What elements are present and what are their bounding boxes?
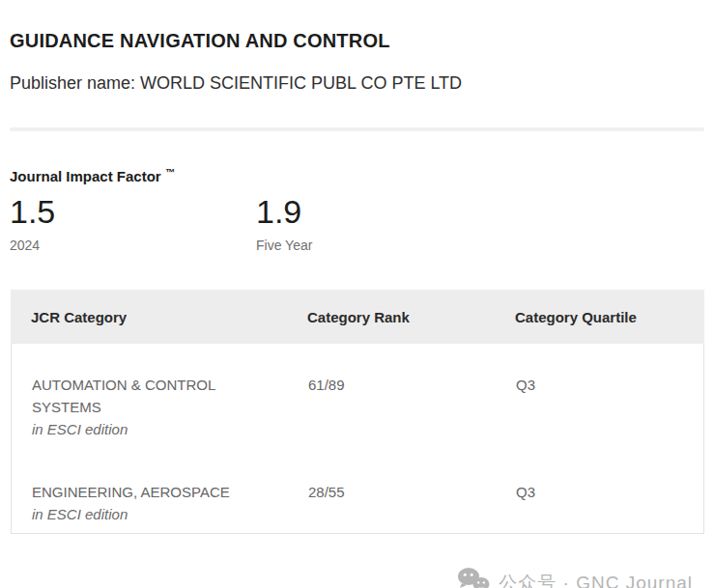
- quartile-cell: Q3: [516, 374, 703, 396]
- quartile-cell: Q3: [516, 481, 703, 503]
- category-cell: ENGINEERING, AEROSPACE in ESCI edition: [32, 481, 308, 525]
- impact-factor-heading: Journal Impact Factor ™: [10, 163, 704, 185]
- publisher-name: Publisher name: WORLD SCIENTIFIC PUBL CO…: [10, 73, 704, 94]
- table-row: AUTOMATION & CONTROL SYSTEMS in ESCI edi…: [12, 374, 703, 440]
- wechat-icon: [456, 566, 491, 588]
- table-header-row: JCR Category Category Rank Category Quar…: [11, 290, 704, 344]
- category-cell: AUTOMATION & CONTROL SYSTEMS in ESCI edi…: [32, 374, 308, 440]
- jcr-journal-profile: GUIDANCE NAVIGATION AND CONTROL Publishe…: [0, 29, 714, 588]
- metric-value-five-year: 1.9: [256, 191, 502, 232]
- metric-current-year: 1.5 2024: [10, 191, 256, 254]
- category-edition: in ESCI edition: [32, 503, 308, 525]
- impact-factor-metrics: 1.5 2024 1.9 Five Year: [10, 191, 704, 254]
- metric-value-2024: 1.5: [10, 191, 256, 232]
- metric-label-2024: 2024: [10, 238, 256, 254]
- watermark: 公众号 · GNC Journal: [456, 566, 693, 588]
- category-name: ENGINEERING, AEROSPACE: [32, 481, 235, 503]
- rank-cell: 61/89: [308, 374, 516, 396]
- trademark-symbol: ™: [165, 167, 175, 178]
- metric-five-year: 1.9 Five Year: [256, 191, 502, 254]
- rank-cell: 28/55: [308, 481, 516, 503]
- watermark-text: 公众号 · GNC Journal: [499, 571, 693, 588]
- table-body: AUTOMATION & CONTROL SYSTEMS in ESCI edi…: [11, 344, 704, 534]
- column-header-category-rank: Category Rank: [307, 309, 515, 325]
- page-title: GUIDANCE NAVIGATION AND CONTROL: [10, 29, 704, 52]
- category-edition: in ESCI edition: [32, 418, 308, 440]
- impact-factor-heading-text: Journal Impact Factor: [10, 168, 161, 184]
- section-divider: [10, 127, 704, 131]
- column-header-jcr-category: JCR Category: [31, 309, 307, 325]
- column-header-category-quartile: Category Quartile: [515, 309, 704, 325]
- metric-label-five-year: Five Year: [256, 238, 502, 254]
- table-row: ENGINEERING, AEROSPACE in ESCI edition 2…: [12, 481, 703, 525]
- jcr-category-table: JCR Category Category Rank Category Quar…: [11, 290, 704, 534]
- category-name: AUTOMATION & CONTROL SYSTEMS: [32, 374, 235, 418]
